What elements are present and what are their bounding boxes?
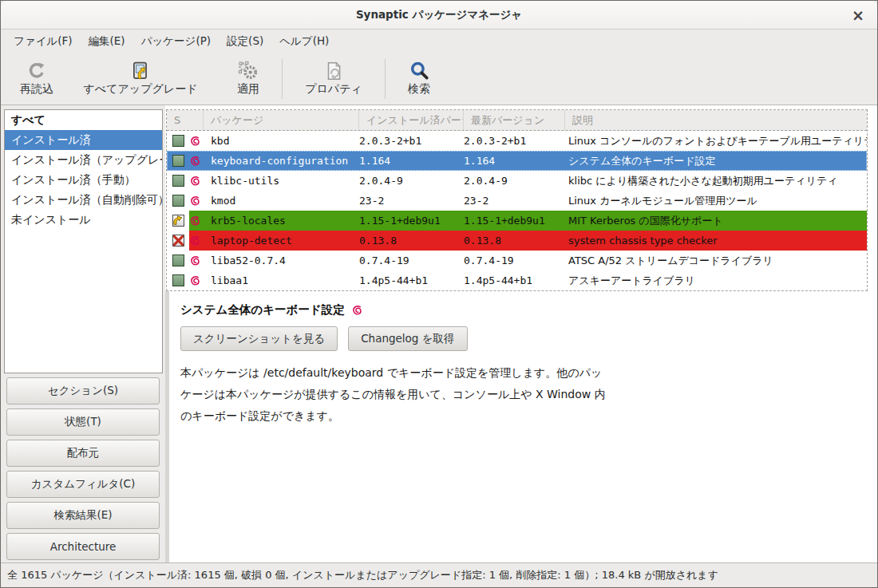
package-description: Linux コンソールのフォントおよびキーテーブル用ユーティリティ <box>565 131 867 151</box>
table-row[interactable]: libaa1 1.4p5-44+b1 1.4p5-44+b1 アスキーアートライ… <box>167 270 867 290</box>
installed-version: 23-2 <box>359 191 464 211</box>
window-title: Synaptic パッケージマネージャ <box>356 8 522 22</box>
status-bar: 全 1615 パッケージ（インストール済: 1615 個, 破損 0 個, イン… <box>1 562 877 587</box>
package-name: klibc-utils <box>204 171 359 191</box>
menu-package[interactable]: パッケージ(P) <box>133 31 219 52</box>
package-description: klibc により構築された小さな起動初期用ユーティリティ <box>565 171 867 191</box>
latest-version: 2.0.4-9 <box>464 171 565 191</box>
package-description: アスキーアートライブラリ <box>565 270 867 290</box>
package-name: krb5-locales <box>204 211 359 231</box>
status-installed-icon <box>167 251 189 270</box>
installed-version: 1.4p5-44+b1 <box>359 270 464 290</box>
latest-version: 1.164 <box>464 151 565 171</box>
status-filter-list: すべて インストール済 インストール済（アップグレード可） インストール済（手動… <box>4 109 163 373</box>
title-bar[interactable]: Synaptic パッケージマネージャ × <box>1 1 877 30</box>
filter-installed-manual[interactable]: インストール済（手動） <box>5 170 162 190</box>
package-pane: S パッケージ インストール済バージョン 最新バージョン 説明 kbd 2.0.… <box>165 105 877 562</box>
header-status[interactable]: S <box>167 110 204 130</box>
menu-file[interactable]: ファイル(F) <box>6 31 81 52</box>
synaptic-window: Synaptic パッケージマネージャ × ファイル(F) 編集(E) パッケー… <box>0 0 878 588</box>
reload-button[interactable]: 再読込 <box>10 55 63 103</box>
sidebar: すべて インストール済 インストール済（アップグレード可） インストール済（手動… <box>1 105 165 562</box>
header-installed-version[interactable]: インストール済バージョン <box>359 110 464 130</box>
search-button[interactable]: 検索 <box>389 55 449 103</box>
status-installed-icon <box>167 270 189 290</box>
latest-version: 1.15-1+deb9u1 <box>464 211 565 231</box>
debian-swirl-icon <box>189 231 204 251</box>
package-name: liba52-0.7.4 <box>204 251 359 270</box>
package-table: S パッケージ インストール済バージョン 最新バージョン 説明 kbd 2.0.… <box>166 109 868 291</box>
properties-button[interactable]: プロパティ <box>286 55 382 103</box>
installed-version: 0.13.8 <box>359 231 464 251</box>
table-row-marked-removal[interactable]: laptop-detect 0.13.8 0.13.8 system chass… <box>167 231 867 251</box>
latest-version: 23-2 <box>464 191 565 211</box>
package-name: kbd <box>204 131 359 151</box>
table-row[interactable]: kmod 23-2 23-2 Linux カーネルモジュール管理用ツール <box>167 191 867 211</box>
status-installed-icon <box>167 131 189 151</box>
debian-swirl-icon <box>189 270 204 290</box>
installed-version: 2.0.3-2+b1 <box>359 131 464 151</box>
close-icon[interactable]: × <box>848 6 868 25</box>
filter-installed[interactable]: インストール済 <box>5 130 162 150</box>
header-latest-version[interactable]: 最新バージョン <box>464 110 565 130</box>
installed-version: 0.7.4-19 <box>359 251 464 270</box>
latest-version: 1.4p5-44+b1 <box>464 270 565 290</box>
filter-not-installed[interactable]: 未インストール <box>5 210 162 230</box>
status-reinstall-icon <box>167 211 189 231</box>
package-description: システム全体のキーボード設定 <box>565 151 867 171</box>
upgrade-all-button[interactable]: すべてアップグレード <box>63 55 218 103</box>
view-screenshot-button[interactable]: スクリーンショットを見る <box>180 326 338 351</box>
menu-edit[interactable]: 編集(E) <box>81 31 133 52</box>
search-results-button[interactable]: 検索結果(E) <box>6 502 160 529</box>
menu-help[interactable]: ヘルプ(H) <box>271 31 337 52</box>
package-description: Linux カーネルモジュール管理用ツール <box>565 191 867 211</box>
apply-icon <box>238 61 259 81</box>
table-row[interactable]: kbd 2.0.3-2+b1 2.0.3-2+b1 Linux コンソールのフォ… <box>167 131 867 151</box>
status-button[interactable]: 状態(T) <box>6 408 160 436</box>
toolbar: 再読込 すべてアップグレード 適用 プロパティ 検索 <box>1 53 877 105</box>
status-installed-icon <box>167 151 189 171</box>
toolbar-separator <box>282 59 283 99</box>
debian-swirl-icon <box>189 191 204 211</box>
table-row[interactable]: klibc-utils 2.0.4-9 2.0.4-9 klibc により構築さ… <box>167 171 867 191</box>
table-row[interactable]: liba52-0.7.4 0.7.4-19 0.7.4-19 ATSC A/52… <box>167 251 867 270</box>
filter-all[interactable]: すべて <box>5 110 162 130</box>
apply-button[interactable]: 適用 <box>218 55 279 103</box>
details-description: 本パッケージは /etc/default/keyboard でキーボード設定を管… <box>180 362 877 427</box>
custom-filters-button[interactable]: カスタムフィルタ(C) <box>6 471 160 498</box>
details-pane: システム全体のキーボード設定 スクリーンショットを見る Changelog を取… <box>165 291 877 562</box>
header-package[interactable]: パッケージ <box>204 110 359 130</box>
menu-bar: ファイル(F) 編集(E) パッケージ(P) 設定(S) ヘルプ(H) <box>1 30 877 53</box>
architecture-button[interactable]: Architecture <box>6 533 160 560</box>
package-name: libaa1 <box>204 270 359 290</box>
filter-installed-autoremovable[interactable]: インストール済（自動削除可） <box>5 190 162 210</box>
sections-button[interactable]: セクション(S) <box>6 377 160 404</box>
menu-settings[interactable]: 設定(S) <box>219 31 271 52</box>
header-description[interactable]: 説明 <box>565 110 867 130</box>
debian-swirl-icon <box>189 211 204 231</box>
get-changelog-button[interactable]: Changelog を取得 <box>348 326 467 351</box>
package-name: kmod <box>204 191 359 211</box>
reload-icon <box>26 61 47 81</box>
toolbar-separator <box>385 59 386 99</box>
table-row-selected[interactable]: keyboard-configuration 1.164 1.164 システム全… <box>167 151 867 171</box>
debian-swirl-icon <box>351 305 362 316</box>
table-row-marked-upgrade[interactable]: krb5-locales 1.15-1+deb9u1 1.15-1+deb9u1… <box>167 211 867 231</box>
installed-version: 1.164 <box>359 151 464 171</box>
installed-version: 2.0.4-9 <box>359 171 464 191</box>
properties-icon <box>323 61 344 81</box>
main-area: すべて インストール済 インストール済（アップグレード可） インストール済（手動… <box>1 105 877 562</box>
package-description: system chassis type checker <box>565 231 867 251</box>
installed-version: 1.15-1+deb9u1 <box>359 211 464 231</box>
debian-swirl-icon <box>189 131 204 151</box>
origin-button[interactable]: 配布元 <box>6 440 160 467</box>
latest-version: 2.0.3-2+b1 <box>464 131 565 151</box>
filter-installed-upgradable[interactable]: インストール済（アップグレード可） <box>5 150 162 170</box>
status-remove-icon <box>167 231 189 251</box>
debian-swirl-icon <box>189 251 204 270</box>
search-icon <box>409 61 429 81</box>
status-summary: 全 1615 パッケージ（インストール済: 1615 個, 破損 0 個, イン… <box>7 568 718 582</box>
package-name: keyboard-configuration <box>204 151 359 171</box>
package-name: laptop-detect <box>204 231 359 251</box>
status-installed-icon <box>167 191 189 211</box>
